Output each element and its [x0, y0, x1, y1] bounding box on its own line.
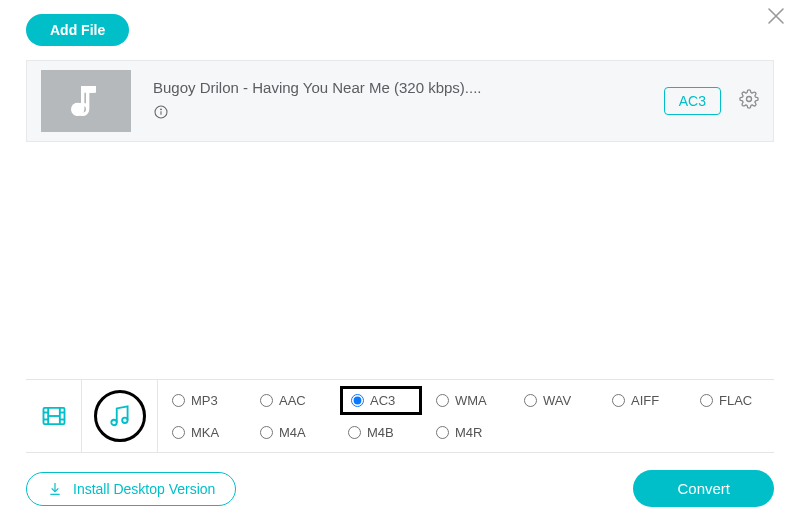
- format-label: AIFF: [631, 393, 659, 408]
- file-item: Bugoy Drilon - Having You Near Me (320 k…: [26, 60, 774, 142]
- audio-category-button[interactable]: [82, 380, 158, 452]
- video-category-button[interactable]: [26, 380, 82, 452]
- download-icon: [47, 481, 63, 497]
- format-label: AC3: [370, 393, 395, 408]
- audio-icon: [107, 403, 133, 429]
- install-desktop-button[interactable]: Install Desktop Version: [26, 472, 236, 506]
- format-option-mp3[interactable]: MP3: [168, 391, 246, 410]
- format-label: WMA: [455, 393, 487, 408]
- install-label: Install Desktop Version: [73, 481, 215, 497]
- file-actions: AC3: [664, 87, 759, 115]
- format-label: M4A: [279, 425, 306, 440]
- format-option-wav[interactable]: WAV: [520, 391, 598, 410]
- file-title: Bugoy Drilon - Having You Near Me (320 k…: [153, 79, 664, 96]
- format-label: AAC: [279, 393, 306, 408]
- format-option-ac3[interactable]: AC3: [340, 386, 422, 415]
- file-thumbnail: [41, 70, 131, 132]
- format-grid: MP3 AAC AC3 WMA WAV AIFF FLAC MKA M4A M4…: [158, 380, 774, 452]
- convert-button[interactable]: Convert: [633, 470, 774, 507]
- format-label: M4R: [455, 425, 482, 440]
- format-option-aac[interactable]: AAC: [256, 391, 334, 410]
- format-option-flac[interactable]: FLAC: [696, 391, 774, 410]
- bottom-bar: Install Desktop Version Convert: [26, 470, 774, 507]
- close-icon[interactable]: [766, 6, 786, 30]
- format-label: FLAC: [719, 393, 752, 408]
- format-label: M4B: [367, 425, 394, 440]
- format-badge[interactable]: AC3: [664, 87, 721, 115]
- format-option-aiff[interactable]: AIFF: [608, 391, 686, 410]
- svg-point-3: [747, 97, 752, 102]
- svg-point-13: [122, 418, 127, 423]
- format-bar: MP3 AAC AC3 WMA WAV AIFF FLAC MKA M4A M4…: [26, 379, 774, 453]
- video-icon: [40, 402, 68, 430]
- music-icon: [66, 81, 106, 121]
- format-label: WAV: [543, 393, 571, 408]
- audio-highlight-circle: [94, 390, 146, 442]
- format-option-m4b[interactable]: M4B: [344, 423, 422, 442]
- info-icon[interactable]: [153, 104, 664, 124]
- add-file-button[interactable]: Add File: [26, 14, 129, 46]
- file-info: Bugoy Drilon - Having You Near Me (320 k…: [153, 79, 664, 124]
- format-option-wma[interactable]: WMA: [432, 391, 510, 410]
- gear-icon[interactable]: [739, 89, 759, 113]
- svg-point-12: [111, 420, 116, 425]
- svg-point-2: [161, 108, 162, 109]
- format-option-m4a[interactable]: M4A: [256, 423, 334, 442]
- format-label: MP3: [191, 393, 218, 408]
- format-label: MKA: [191, 425, 219, 440]
- format-option-mka[interactable]: MKA: [168, 423, 246, 442]
- format-option-m4r[interactable]: M4R: [432, 423, 510, 442]
